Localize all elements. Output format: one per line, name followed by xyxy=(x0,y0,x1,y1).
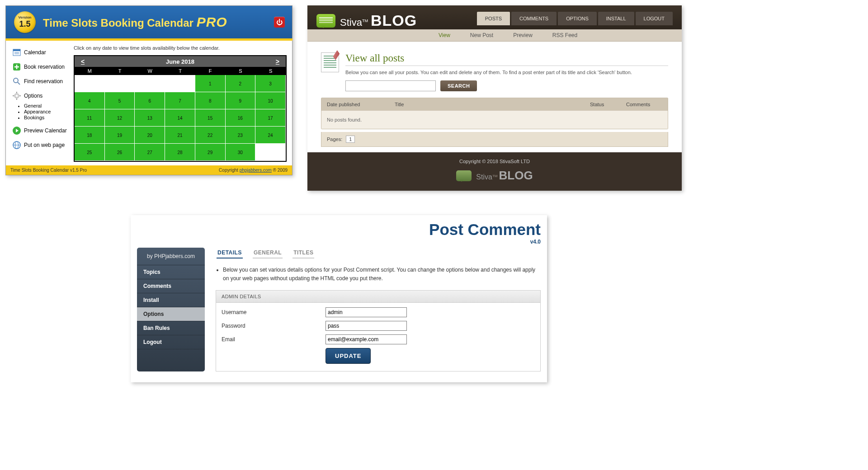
search-icon xyxy=(12,77,21,86)
email-label: Email xyxy=(222,336,326,343)
calendar-day xyxy=(165,75,195,92)
calendar-day[interactable]: 3 xyxy=(255,75,286,92)
sidebar-item-install[interactable]: Install xyxy=(137,293,205,307)
next-month-button[interactable]: > xyxy=(276,58,279,65)
svg-point-8 xyxy=(16,95,18,97)
calendar-widget: < June 2018 > M T W T F S S 123456789101… xyxy=(74,55,287,162)
sidebar-item-calendar[interactable]: Calendar xyxy=(11,45,74,60)
tab-install[interactable]: INSTALL xyxy=(598,12,634,25)
pages-label: Pages: xyxy=(327,136,342,142)
version-label: Version xyxy=(19,15,32,19)
calendar-day[interactable]: 21 xyxy=(165,127,195,144)
col-title: Title xyxy=(395,102,590,107)
calendar-day[interactable]: 9 xyxy=(226,92,256,109)
calendar-day[interactable]: 23 xyxy=(226,127,256,144)
subnav-view[interactable]: View xyxy=(439,32,450,38)
search-button[interactable]: SEARCH xyxy=(440,80,477,91)
sidebar-item-put[interactable]: Put on web page xyxy=(11,138,74,152)
prev-month-button[interactable]: < xyxy=(81,58,85,65)
sidebar-item-preview[interactable]: Preview Calendar xyxy=(11,123,74,138)
sidebar-item-banrules[interactable]: Ban Rules xyxy=(137,321,205,335)
calendar-day[interactable]: 1 xyxy=(195,75,226,92)
sidebar-sub-general[interactable]: General xyxy=(24,103,74,108)
tab-posts[interactable]: POSTS xyxy=(477,12,510,25)
sidebar: Calendar Book reservation Find reservati… xyxy=(11,45,74,162)
blog-footer: Copyright © 2018 StivaSoft LTD StivaTM B… xyxy=(307,152,682,191)
calendar-hint: Click on any date to view time slots ava… xyxy=(74,45,287,51)
calendar-day[interactable]: 15 xyxy=(195,109,226,127)
sidebar-sub-appearance[interactable]: Appearance xyxy=(24,109,74,114)
calendar-grid: 1234567891011121314151617181920212223242… xyxy=(75,75,286,161)
calendar-day[interactable]: 13 xyxy=(135,109,165,127)
password-label: Password xyxy=(222,323,326,329)
tab-general[interactable]: GENERAL xyxy=(253,248,283,258)
subnav-rss[interactable]: RSS Feed xyxy=(552,32,577,38)
description-text: Below you can set various details option… xyxy=(216,266,541,283)
calendar-day[interactable]: 16 xyxy=(226,109,256,127)
calendar-day[interactable]: 11 xyxy=(75,109,105,127)
calendar-day[interactable]: 20 xyxy=(135,127,165,144)
svg-line-6 xyxy=(18,82,20,85)
subnav-preview[interactable]: Preview xyxy=(513,32,533,38)
app-footer: Time Slots Booking Calendar v1.5 Pro Cop… xyxy=(5,165,292,175)
tab-details[interactable]: DETAILS xyxy=(217,248,243,258)
calendar-day xyxy=(135,75,165,92)
sidebar-item-find[interactable]: Find reservation xyxy=(11,74,74,89)
weekday-row: M T W T F S S xyxy=(75,67,286,75)
footer-version: Time Slots Booking Calendar v1.5 Pro xyxy=(10,168,87,173)
footer-link[interactable]: phpjabbers.com xyxy=(240,168,272,173)
calendar-icon xyxy=(12,48,21,57)
tab-comments[interactable]: COMMENTS xyxy=(511,12,557,25)
app-title: Time Slots Booking Calendar PRO xyxy=(43,14,227,30)
blog-content: View all posts Below you can see all you… xyxy=(307,42,682,152)
sidebar-item-topics[interactable]: Topics xyxy=(137,265,205,279)
calendar-day[interactable]: 2 xyxy=(226,75,256,92)
sidebar-item-options[interactable]: Options xyxy=(137,307,205,321)
calendar-day[interactable]: 12 xyxy=(105,109,135,127)
username-input[interactable] xyxy=(326,307,407,317)
page-1[interactable]: 1 xyxy=(346,136,355,143)
power-icon[interactable]: ⏻ xyxy=(274,17,285,28)
calendar-day[interactable]: 29 xyxy=(195,144,226,161)
tab-options[interactable]: OPTIONS xyxy=(558,12,597,25)
calendar-day[interactable]: 4 xyxy=(75,92,105,109)
calendar-day[interactable]: 19 xyxy=(105,127,135,144)
sidebar-sub-bookings[interactable]: Bookings xyxy=(24,115,74,120)
calendar-day[interactable]: 22 xyxy=(195,127,226,144)
pager: Pages: 1 xyxy=(321,132,668,147)
page-description: Below you can see all your posts. You ca… xyxy=(345,70,668,75)
calendar-day[interactable]: 24 xyxy=(255,127,286,144)
calendar-day[interactable]: 10 xyxy=(255,92,286,109)
calendar-day[interactable]: 25 xyxy=(75,144,105,161)
calendar-day[interactable]: 5 xyxy=(105,92,135,109)
calendar-day[interactable]: 7 xyxy=(165,92,195,109)
search-input[interactable] xyxy=(345,80,436,91)
update-button[interactable]: UPDATE xyxy=(326,348,371,364)
calendar-day[interactable]: 17 xyxy=(255,109,286,127)
subnav-newpost[interactable]: New Post xyxy=(470,32,493,38)
tab-titles[interactable]: TITLES xyxy=(292,248,314,258)
calendar-day[interactable]: 6 xyxy=(135,92,165,109)
plus-icon xyxy=(12,62,21,71)
calendar-day[interactable]: 8 xyxy=(195,92,226,109)
calendar-day[interactable]: 28 xyxy=(165,144,195,161)
sidebar-item-options[interactable]: Options xyxy=(11,89,74,103)
calendar-day[interactable]: 26 xyxy=(105,144,135,161)
calendar-day[interactable]: 27 xyxy=(135,144,165,161)
table-empty: No posts found. xyxy=(321,111,668,129)
col-comments: Comments xyxy=(626,102,662,107)
calendar-day[interactable]: 14 xyxy=(165,109,195,127)
speech-bubble-icon xyxy=(316,14,335,28)
main-panel: DETAILS GENERAL TITLES Below you can set… xyxy=(216,248,541,371)
calendar-day[interactable]: 30 xyxy=(226,144,256,161)
sidebar-item-comments[interactable]: Comments xyxy=(137,279,205,293)
main-tabs: POSTS COMMENTS OPTIONS INSTALL LOGOUT xyxy=(477,12,673,25)
app-version: v4.0 xyxy=(137,239,541,245)
sidebar-item-book[interactable]: Book reservation xyxy=(11,60,74,74)
sidebar-item-logout[interactable]: Logout xyxy=(137,335,205,349)
calendar-day[interactable]: 18 xyxy=(75,127,105,144)
password-input[interactable] xyxy=(326,321,407,331)
tab-logout[interactable]: LOGOUT xyxy=(636,12,673,25)
svg-point-5 xyxy=(14,78,18,83)
email-input[interactable] xyxy=(326,334,407,344)
